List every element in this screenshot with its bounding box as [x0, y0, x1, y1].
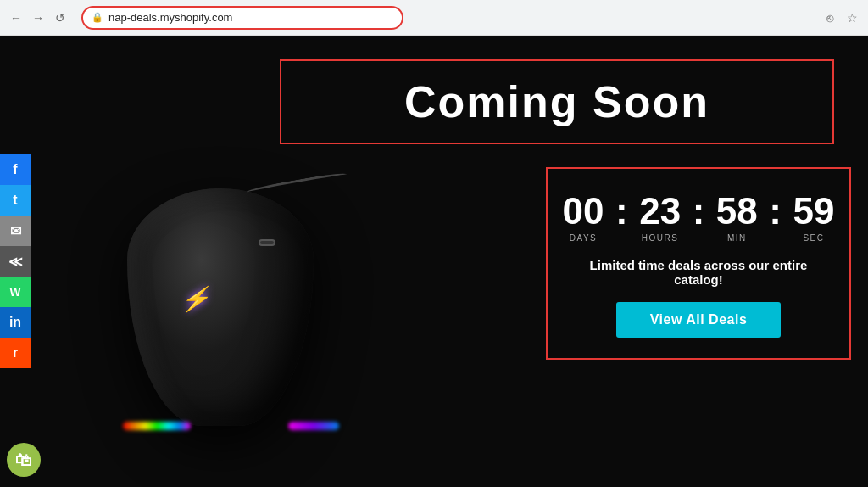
seconds-value: 59 — [793, 193, 835, 230]
coming-soon-heading: Coming Soon — [404, 76, 709, 127]
email-share-button[interactable]: ✉ — [0, 216, 31, 246]
mouse-scroll-wheel — [259, 239, 275, 246]
shopify-badge[interactable]: 🛍 — [7, 443, 41, 477]
mouse-illustration-container: ⚡ — [42, 146, 398, 468]
forward-button[interactable]: → — [29, 8, 47, 27]
mouse-rgb-left — [123, 422, 191, 430]
days-value: 00 — [563, 193, 604, 230]
browser-toolbar: ← → ↺ 🔒 nap-deals.myshopify.com ⎋ ☆ — [0, 0, 868, 36]
mouse-brand-icon: ⚡ — [181, 285, 210, 313]
shopify-icon: 🛍 — [15, 451, 32, 470]
reddit-share-button[interactable]: r — [0, 338, 31, 368]
facebook-share-button[interactable]: f — [0, 154, 31, 185]
countdown-timer: 00 DAYS : 23 HOURS : 58 MIN : 59 SEC — [553, 193, 844, 243]
seconds-unit: 59 SEC — [783, 193, 844, 243]
share-button[interactable]: ⎋ — [821, 8, 839, 27]
whatsapp-share-button[interactable]: w — [0, 277, 31, 307]
colon-3: : — [767, 193, 783, 230]
address-bar[interactable]: 🔒 nap-deals.myshopify.com — [81, 6, 403, 30]
twitter-share-button[interactable]: t — [0, 185, 31, 216]
hours-value: 23 — [639, 193, 681, 230]
mouse-illustration: ⚡ — [76, 171, 364, 443]
seconds-label: SEC — [803, 233, 824, 243]
mouse-cable — [246, 171, 348, 196]
linkedin-share-button[interactable]: in — [0, 307, 31, 338]
back-button[interactable]: ← — [7, 8, 25, 27]
social-sidebar: f t ✉ ≪ w in r — [0, 154, 31, 368]
days-label: DAYS — [570, 233, 598, 243]
browser-right-controls: ⎋ ☆ — [821, 8, 861, 27]
url-text: nap-deals.myshopify.com — [108, 11, 232, 24]
countdown-box: 00 DAYS : 23 HOURS : 58 MIN : 59 SEC Lim… — [546, 167, 851, 360]
bookmark-button[interactable]: ☆ — [843, 8, 861, 27]
colon-1: : — [614, 193, 630, 230]
page-content: f t ✉ ≪ w in r Coming Soon ⚡ 00 DAYS — [0, 36, 868, 487]
hours-unit: 23 HOURS — [630, 193, 691, 243]
mouse-logo: ⚡ — [170, 282, 220, 316]
view-all-deals-button[interactable]: View All Deals — [616, 302, 782, 338]
deals-description: Limited time deals across our entire cat… — [565, 258, 832, 287]
hours-label: HOURS — [642, 233, 679, 243]
share-button[interactable]: ≪ — [0, 246, 31, 277]
lock-icon: 🔒 — [92, 12, 103, 23]
mouse-body — [127, 188, 314, 426]
mouse-rgb-right — [288, 422, 339, 430]
browser-controls: ← → ↺ — [7, 8, 70, 27]
address-bar-wrapper: 🔒 nap-deals.myshopify.com — [81, 6, 403, 30]
colon-2: : — [691, 193, 707, 230]
minutes-unit: 58 MIN — [706, 193, 767, 243]
minutes-label: MIN — [727, 233, 747, 243]
days-unit: 00 DAYS — [553, 193, 614, 243]
coming-soon-banner: Coming Soon — [280, 59, 834, 144]
reload-button[interactable]: ↺ — [51, 8, 70, 27]
minutes-value: 58 — [716, 193, 758, 230]
